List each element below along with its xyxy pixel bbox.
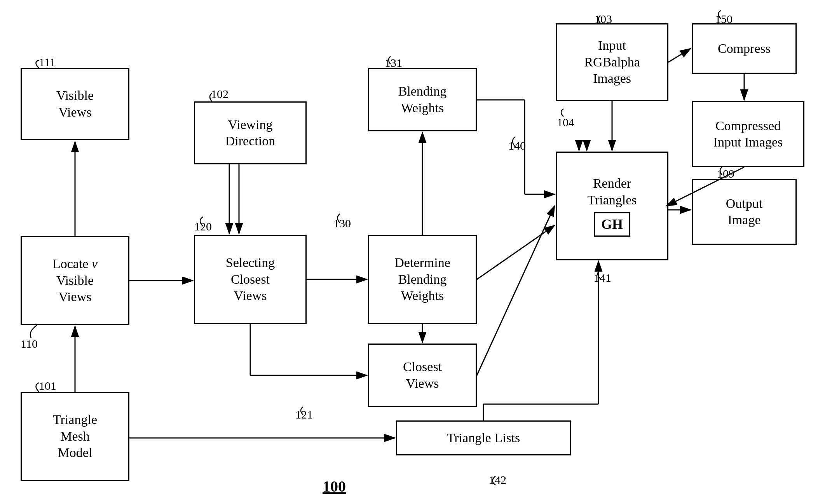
lbl-109: 109 (717, 167, 734, 180)
svg-line-17 (668, 49, 691, 62)
render-triangles-box: RenderTriangles GH (556, 152, 668, 260)
compressed-input-images-label: CompressedInput Images (713, 118, 783, 151)
compressed-input-images-box: CompressedInput Images (692, 101, 804, 167)
blending-weights-box: BlendingWeights (368, 68, 477, 131)
lbl-150: 150 (715, 12, 733, 26)
closest-views-label: ClosestViews (403, 359, 442, 392)
locate-visible-views-label: Locate vVisibleViews (52, 256, 98, 305)
visible-views-box: VisibleViews (21, 68, 129, 140)
lbl-102: 102 (211, 87, 229, 101)
lbl-100: 100 (323, 477, 346, 495)
input-rgbalpha-label: InputRGBalphaImages (584, 37, 640, 87)
svg-line-16 (477, 225, 555, 279)
triangle-lists-label: Triangle Lists (447, 430, 520, 446)
lbl-110: 110 (21, 337, 38, 351)
lbl-111: 111 (39, 56, 56, 69)
blending-weights-label: BlendingWeights (398, 83, 447, 116)
lbl-140: 140 (508, 139, 526, 152)
determine-blending-weights-label: DetermineBlendingWeights (394, 255, 450, 304)
lbl-104: 104 (557, 116, 574, 129)
selecting-closest-views-label: SelectingClosestViews (226, 255, 275, 304)
lbl-141: 141 (594, 271, 611, 284)
determine-blending-weights-box: DetermineBlendingWeights (368, 235, 477, 324)
lbl-121: 121 (295, 408, 313, 421)
triangle-mesh-model-box: TriangleMeshModel (21, 392, 129, 481)
selecting-closest-views-box: SelectingClosestViews (194, 235, 307, 324)
lbl-101: 101 (39, 379, 56, 392)
viewing-direction-box: ViewingDirection (194, 101, 307, 164)
render-triangles-label: RenderTriangles (587, 175, 637, 208)
output-image-box: OutputImage (692, 179, 797, 245)
lbl-120: 120 (194, 220, 212, 233)
lbl-131: 131 (385, 56, 402, 70)
visible-views-label: VisibleViews (56, 87, 94, 120)
lbl-103: 103 (595, 12, 612, 26)
gh-label: GH (594, 212, 630, 237)
svg-line-11 (477, 206, 555, 375)
input-rgbalpha-box: InputRGBalphaImages (556, 23, 668, 101)
diagram: VisibleViews Locate vVisibleViews Triang… (0, 0, 839, 504)
triangle-lists-box: Triangle Lists (396, 420, 571, 455)
compress-box: Compress (692, 23, 797, 74)
output-image-label: OutputImage (726, 195, 762, 228)
triangle-mesh-model-label: TriangleMeshModel (53, 412, 97, 461)
lbl-130: 130 (333, 217, 351, 230)
locate-visible-views-box: Locate vVisibleViews (21, 236, 129, 325)
lbl-142: 142 (489, 473, 506, 487)
closest-views-box: ClosestViews (368, 344, 477, 407)
compress-label: Compress (718, 40, 771, 57)
viewing-direction-label: ViewingDirection (225, 117, 275, 150)
